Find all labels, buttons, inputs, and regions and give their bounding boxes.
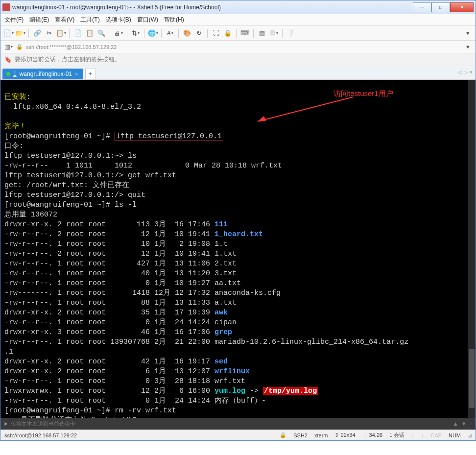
ls-row: -rw-r--r--. 1 root root 0 3月 28 18:18 wr… [4,377,245,385]
term-line: 完毕！ [4,122,26,131]
globe-button[interactable]: 🌐▾ [148,28,158,38]
status-term: xterm [314,432,328,438]
ls-row: .1 [4,348,13,356]
tab-nav: ◁ ▷ ▾ [458,69,473,75]
maximize-button[interactable]: □ [431,2,450,12]
transfer-button[interactable]: ⇅▾ [131,28,141,38]
status-cap: CAP [430,432,442,438]
term-line: lftp testuser1@127.0.0.1:/> quit [4,191,145,199]
tab-close-button[interactable]: × [75,71,78,77]
fullscreen-button[interactable]: ⛶ [211,28,221,38]
menu-file[interactable]: 文件(F) [4,16,24,24]
open-button[interactable]: 📁▾ [15,28,25,38]
hint-text: 要添加当前会话，点击左侧的箭头按钮。 [15,55,120,64]
term-line: lftp testuser1@127.0.0.1:~> ls [4,152,137,160]
tab-label: wangruifenglinux-01 [20,71,72,77]
refresh-button[interactable]: ↻ [194,28,204,38]
status-nav-down[interactable]: ↓ [421,432,424,438]
send-input[interactable] [11,421,450,427]
font-button[interactable]: A▾ [165,28,175,38]
layout2-button[interactable]: ☰▾ [269,28,279,38]
toolbar-menu[interactable]: ▾ [463,28,473,38]
term-line: [root@wangruifeng-01 ~]# rm -rv wrf.txt [4,407,176,415]
highlighted-command: lftp testuser1@127.0.0.1 [115,132,223,141]
color-button[interactable]: 🎨 [182,28,192,38]
properties-button[interactable]: 📋▾ [56,28,66,38]
session-tab[interactable]: 1 wangruifenglinux-01 × [2,69,83,79]
statusbar: ssh://root@192.168.57.129:22 🔒 SSH2 xter… [0,430,476,440]
ls-row: -rw-------. 1 root root 1418 12月 12 17:3… [4,289,281,297]
term-line: rm：是否删除普通空文件 "wrf.txt"？y [4,416,143,418]
ls-row: -rw-r--r--. 1 root root 0 1月 24 14:24 ci… [4,318,237,327]
lock-button[interactable]: 🔒 [223,28,233,38]
menu-help[interactable]: 帮助(H) [164,16,184,24]
status-sessions: 1 会话 [389,431,405,439]
menu-edit[interactable]: 编辑(E) [29,16,49,24]
keyboard-button[interactable]: ⌨ [240,28,250,38]
tab-prev-button[interactable]: ◁ [458,69,462,75]
term-line: 总用量 136072 [4,211,57,219]
status-lock-icon: 🔒 [280,432,286,438]
terminal[interactable]: 已安装: lftp.x86_64 0:4.4.8-8.el7_3.2 完毕！ [… [0,80,476,418]
copy-button[interactable]: 📄 [73,28,83,38]
terminal-scrollbar[interactable] [468,80,476,418]
titlebar[interactable]: wangruifenglinux-01 - root@wangruifeng-0… [0,0,476,14]
ls-row: -rw-r--r--. 1 root root 139307768 2月 21 … [4,338,408,346]
tab-index: 1 [13,71,17,77]
send-nav-up[interactable]: ▲ [453,421,458,427]
close-button[interactable]: ✕ [450,2,474,12]
address-text[interactable]: ssh://root:********@192.168.57.129:22 [26,44,117,50]
ls-row: -rw-r--r--. 1 root root 10 1月 2 19:08 1.… [4,240,228,248]
term-line: 已安装: [4,93,31,101]
menu-window[interactable]: 窗口(W) [137,16,158,24]
paste-button[interactable]: 📋 [85,28,95,38]
ls-row: drwxr-xr-x. 2 root root 35 1月 17 19:39 a… [4,309,228,317]
term-line: 口令: [4,142,24,150]
menu-tools[interactable]: 工具(T) [80,16,99,24]
ls-row: drwxr-xr-x. 3 root root 46 1月 16 17:06 g… [4,328,232,336]
app-icon [2,3,10,11]
scroll-thumb[interactable] [469,349,475,408]
send-icon[interactable]: ➤ [3,421,8,427]
term-line: [root@wangruifeng-01 ~]# lftp testuser1@… [4,132,223,141]
status-ssh: SSH2 [293,432,308,438]
lock-icon: 🔒 [16,44,23,50]
sendbar: ➤ ▲ ▼ ≡ [0,418,476,430]
ls-row: -rw-r--r--. 1 root root 40 1月 13 11:20 3… [4,269,237,278]
ls-row: -rw-r--r--. 1 root root 0 1月 24 14:24 内存… [4,397,266,405]
svg-marker-1 [258,116,266,121]
send-nav-down[interactable]: ▼ [461,421,467,427]
new-button[interactable]: 📄▾ [3,28,13,38]
tabbar: 1 wangruifenglinux-01 × + ◁ ▷ ▾ [0,66,476,80]
ls-row: -rw-r--r--. 2 root root 12 1月 10 19:41 1… [4,230,263,239]
tab-list-button[interactable]: ▾ [470,69,473,75]
term-line: lftp testuser1@127.0.0.1:/> get wrf.txt [4,171,176,180]
menu-tabs[interactable]: 选项卡(B) [106,16,131,24]
layout1-button[interactable]: ▦ [257,28,267,38]
ls-row: drwxr-xr-x. 2 root root 113 3月 16 17:46 … [4,220,228,229]
addressbar-menu[interactable]: ▾ [463,42,473,52]
status-resize-grip[interactable]: ◢ [468,432,472,438]
disconnect-button[interactable]: ✂ [44,28,54,38]
send-menu[interactable]: ≡ [470,421,473,427]
find-button[interactable]: 🔍 [96,28,106,38]
print-button[interactable]: 🖨▾ [114,28,123,38]
help-button[interactable]: ❔ [286,28,296,38]
status-connection: ssh://root@192.168.57.129:22 [4,432,77,438]
status-nav-up[interactable]: ↑ [411,432,414,438]
ls-row: drwxr-xr-x. 2 root root 42 1月 16 19:17 s… [4,358,228,366]
minimize-button[interactable]: ─ [413,2,431,12]
status-pos: ⋮ 34,26 [362,432,383,438]
term-line: [root@wangruifeng-01 ~]# ls -l [4,201,137,209]
status-size: ⇕ 92x34 [334,432,355,438]
addressbar-dropdown[interactable]: ▥▾ [3,42,13,52]
menu-view[interactable]: 查看(V) [55,16,74,24]
term-line: lftp.x86_64 0:4.4.8-8.el7_3.2 [4,103,141,111]
new-tab-button[interactable]: + [85,69,96,79]
tab-next-button[interactable]: ▷ [464,69,468,75]
app-window: wangruifenglinux-01 - root@wangruifeng-0… [0,0,476,441]
bookmark-icon[interactable]: 🔖 [4,56,12,63]
ls-row: lrwxrwxrwx. 1 root root 12 2月 6 16:00 yu… [4,387,318,395]
toolbar: 📄▾ 📁▾ 🔗 ✂ 📋▾ 📄 📋 🔍 🖨▾ ⇅▾ 🌐▾ A▾ 🎨 ↻ ⛶ 🔒 ⌨… [0,26,476,41]
reconnect-button[interactable]: 🔗 [32,28,42,38]
